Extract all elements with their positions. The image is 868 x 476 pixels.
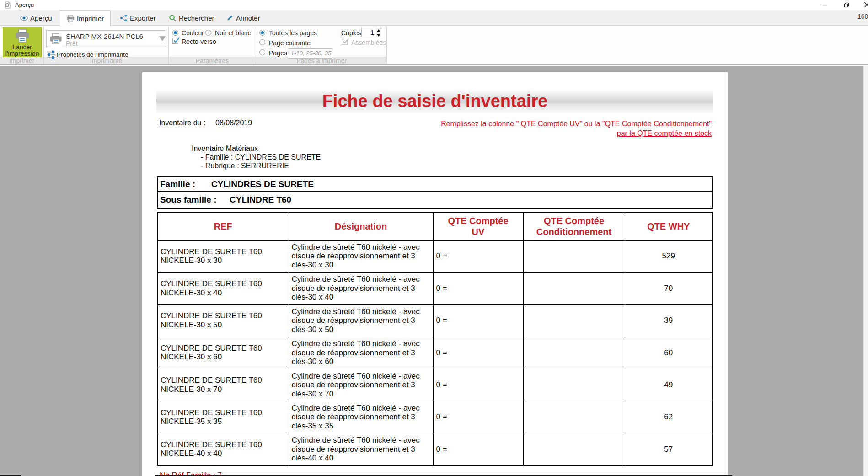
radio-couleur-label: Couleur bbox=[182, 29, 204, 37]
zoom-indicator: 160 bbox=[857, 13, 868, 20]
cell-designation: Cylindre de sûreté T60 nickelé - avec di… bbox=[289, 401, 433, 433]
group-label-parametres: Paramètres bbox=[169, 57, 256, 64]
cell-ref: CYLINDRE DE SURETE T60 NICKELE-30 x 60 bbox=[157, 337, 289, 369]
close-button[interactable] bbox=[860, 0, 868, 10]
group-separator bbox=[168, 27, 169, 64]
inventory-table: REFDésignationQTE Comptée UVQTE Comptée … bbox=[157, 212, 713, 466]
eye-icon bbox=[20, 14, 28, 22]
table-header-cell: QTE Comptée Conditionnement bbox=[523, 212, 625, 240]
radio-noir-et-blanc-label: Noir et blanc bbox=[215, 29, 251, 37]
spin-up-icon bbox=[377, 29, 380, 32]
cell-qte-why: 57 bbox=[625, 433, 713, 465]
copies-decrement-button[interactable] bbox=[376, 33, 381, 37]
radio-page-courante[interactable] bbox=[259, 39, 265, 45]
table-header-row: REFDésignationQTE Comptée UVQTE Comptée … bbox=[157, 212, 713, 240]
instruction-note: Remplissez la colonne " QTE Comptée UV" … bbox=[325, 119, 712, 138]
cell-qte-uv: 0 = bbox=[433, 433, 523, 465]
copies-increment-button[interactable] bbox=[376, 28, 381, 33]
printer-select-dropdown-arrow[interactable] bbox=[159, 31, 166, 47]
cell-qte-conditionnement bbox=[523, 305, 625, 337]
copies-spinner bbox=[376, 28, 381, 37]
cell-qte-why: 39 bbox=[625, 305, 713, 337]
family-header-box: Famille : CYLINDRES DE SURETE bbox=[157, 176, 713, 192]
close-icon bbox=[864, 2, 868, 8]
vertical-scrollbar[interactable] bbox=[863, 66, 868, 476]
copies-input[interactable]: 1 bbox=[361, 28, 376, 37]
minimize-button[interactable] bbox=[818, 0, 831, 10]
checkbox-assemblees[interactable] bbox=[342, 39, 348, 45]
tab-imprimer[interactable]: Imprimer bbox=[60, 10, 111, 26]
application-window: Aperçu Aperçu bbox=[0, 0, 868, 476]
subfamily-header-box: Sous famille : CYLINDRE T60 bbox=[157, 192, 713, 209]
printer-icon bbox=[49, 33, 62, 45]
tab-label: Imprimer bbox=[77, 15, 104, 22]
radio-noir-et-blanc[interactable] bbox=[205, 30, 211, 36]
subfamily-label: Sous famille : bbox=[160, 195, 217, 205]
radio-pages[interactable] bbox=[259, 49, 265, 55]
printer-select[interactable]: SHARP MX-2614N PCL6 Prêt bbox=[46, 30, 166, 47]
printer-icon bbox=[14, 29, 31, 43]
table-row: CYLINDRE DE SURETE T60 NICKELE-30 x 50Cy… bbox=[157, 305, 713, 337]
cell-qte-uv: 0 = bbox=[433, 337, 523, 369]
cell-qte-why: 62 bbox=[625, 401, 713, 433]
magnifier-icon bbox=[169, 14, 177, 22]
printer-status: Prêt bbox=[66, 40, 78, 47]
table-header-cell: QTE WHY bbox=[625, 212, 713, 240]
checkbox-assemblees-label: Assemblées bbox=[351, 39, 386, 46]
cell-qte-uv: 0 = bbox=[433, 401, 523, 433]
family-label: Famille : bbox=[160, 179, 195, 189]
sliders-icon bbox=[47, 50, 55, 59]
check-icon bbox=[173, 37, 180, 44]
cell-qte-conditionnement bbox=[523, 401, 625, 433]
table-row: CYLINDRE DE SURETE T60 NICKELE-30 x 30Cy… bbox=[157, 240, 713, 272]
restore-button[interactable] bbox=[840, 0, 853, 10]
app-preview-icon bbox=[4, 1, 11, 9]
table-header-cell: QTE Comptée UV bbox=[433, 212, 523, 240]
cell-ref: CYLINDRE DE SURETE T60 NICKELE-30 x 70 bbox=[157, 369, 289, 401]
cell-qte-conditionnement bbox=[523, 369, 625, 401]
group-label-imprimer: Imprimer bbox=[0, 57, 43, 64]
family-value: CYLINDRES DE SURETE bbox=[211, 179, 314, 189]
instruction-line2: par la QTE comptée en stock bbox=[617, 129, 712, 137]
tab-exporter[interactable]: Exporter bbox=[113, 10, 162, 26]
checkbox-recto-verso[interactable] bbox=[172, 38, 178, 44]
tab-label: Exporter bbox=[130, 14, 156, 22]
tab-label: Annoter bbox=[236, 14, 260, 22]
document-page: Fiche de saisie d'inventaire Inventaire … bbox=[142, 72, 728, 476]
cell-qte-why: 49 bbox=[625, 369, 713, 401]
cell-designation: Cylindre de sûreté T60 nickelé - avec di… bbox=[289, 240, 433, 272]
print-preview-area: Fiche de saisie d'inventaire Inventaire … bbox=[0, 66, 868, 476]
copies-label: Copies bbox=[341, 29, 361, 37]
radio-page-courante-label: Page courante bbox=[269, 39, 311, 47]
cell-ref: CYLINDRE DE SURETE T60 NICKELE-35 x 35 bbox=[157, 401, 289, 433]
cell-ref: CYLINDRE DE SURETE T60 NICKELE-30 x 50 bbox=[157, 305, 289, 337]
radio-toutes-les-pages[interactable] bbox=[259, 30, 265, 36]
tab-apercu[interactable]: Aperçu bbox=[14, 10, 59, 26]
cell-qte-uv: 0 = bbox=[433, 305, 523, 337]
materials-rubric: - Rubrique : SERRURERIE bbox=[201, 162, 289, 170]
ribbon-tab-strip: Aperçu Imprimer Exporter bbox=[0, 10, 868, 26]
printer-properties-button[interactable]: Propriétés de l'imprimante bbox=[47, 50, 128, 59]
cell-qte-conditionnement bbox=[523, 272, 625, 304]
tab-annoter[interactable]: Annoter bbox=[220, 10, 267, 26]
inventory-date-value: 08/08/2019 bbox=[215, 119, 252, 127]
launch-print-button[interactable]: Lancer l'impression bbox=[3, 27, 42, 57]
cell-qte-uv: 0 = bbox=[433, 272, 523, 304]
window-title: Aperçu bbox=[15, 1, 34, 8]
instruction-line1: Remplissez la colonne " QTE Comptée UV" … bbox=[441, 120, 712, 128]
table-header-cell: REF bbox=[157, 212, 289, 240]
spin-down-icon bbox=[377, 34, 380, 37]
table-row: CYLINDRE DE SURETE T60 NICKELE-30 x 40Cy… bbox=[157, 272, 713, 304]
table-row: CYLINDRE DE SURETE T60 NICKELE-30 x 70Cy… bbox=[157, 369, 713, 401]
table-row: CYLINDRE DE SURETE T60 NICKELE-30 x 60Cy… bbox=[157, 337, 713, 369]
table-row: CYLINDRE DE SURETE T60 NICKELE-40 x 40Cy… bbox=[157, 433, 713, 465]
cell-qte-conditionnement bbox=[523, 433, 625, 465]
inventory-date-label: Inventaire du : bbox=[159, 119, 205, 127]
tab-label: Aperçu bbox=[30, 14, 52, 22]
window-titlebar: Aperçu bbox=[0, 0, 868, 10]
tab-rechercher[interactable]: Rechercher bbox=[162, 10, 221, 26]
pages-range-input[interactable]: 1-10, 25-30, 35 bbox=[288, 48, 332, 59]
cell-qte-uv: 0 = bbox=[433, 369, 523, 401]
radio-couleur[interactable] bbox=[172, 30, 178, 36]
materials-title: Inventaire Matériaux bbox=[192, 144, 258, 153]
